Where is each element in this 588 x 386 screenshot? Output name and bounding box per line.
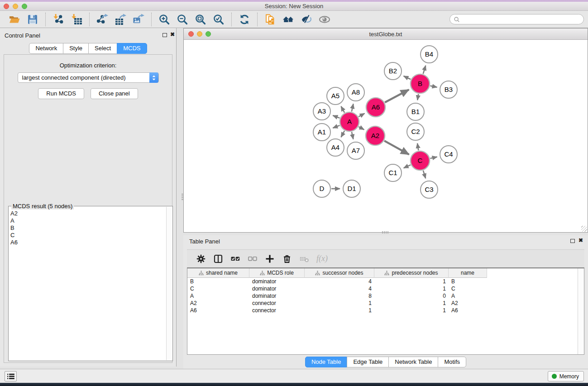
table-cell[interactable]: 1: [374, 300, 449, 306]
node-D[interactable]: D: [313, 180, 330, 197]
mcds-result-item[interactable]: C: [10, 232, 172, 239]
tab-network[interactable]: Network: [29, 43, 63, 54]
table-cell[interactable]: A2: [187, 300, 249, 306]
table-float-panel-icon[interactable]: [570, 239, 575, 243]
node-A7[interactable]: A7: [347, 142, 364, 159]
mcds-result-item[interactable]: A6: [10, 239, 172, 246]
table-cell[interactable]: C: [187, 286, 249, 292]
column-header-shared-name[interactable]: shared name: [187, 268, 249, 278]
edge-A-A3[interactable]: [333, 115, 339, 118]
save-icon[interactable]: [26, 13, 39, 26]
search-input[interactable]: [460, 16, 583, 23]
node-B[interactable]: B: [411, 74, 430, 93]
mcds-result-item[interactable]: A2: [10, 210, 172, 217]
table-cell[interactable]: 1: [374, 286, 449, 292]
edge-A-A4[interactable]: [341, 131, 344, 137]
column-header-successor-nodes[interactable]: successor nodes: [305, 268, 374, 278]
table-cell[interactable]: 4: [305, 286, 374, 292]
table-cell[interactable]: A6: [187, 307, 249, 314]
node-B4[interactable]: B4: [421, 46, 438, 63]
table-cell[interactable]: 1: [374, 278, 449, 285]
table-cell[interactable]: 4: [305, 278, 374, 285]
delete-column-icon[interactable]: [282, 253, 292, 264]
splitpane-grip-vertical[interactable]: [182, 194, 184, 200]
tab-motifs[interactable]: Motifs: [438, 357, 466, 367]
hide-eye-icon[interactable]: [300, 13, 313, 26]
table-cell[interactable]: connector: [249, 300, 305, 306]
mcds-result-item[interactable]: B: [10, 224, 172, 232]
table-cell[interactable]: dominator: [249, 278, 305, 285]
tab-network-table[interactable]: Network Table: [388, 357, 438, 367]
network-graph[interactable]: B4B2BB3A8A5A6B1A3AC2A1A2A4A7C4CC1C3DD1: [184, 40, 588, 232]
tab-select[interactable]: Select: [88, 43, 117, 54]
settings-gear-icon[interactable]: [196, 253, 206, 264]
table-cell[interactable]: B: [187, 278, 249, 285]
edge-B-B1[interactable]: [417, 94, 418, 100]
node-A2[interactable]: A2: [366, 126, 385, 145]
table-cell[interactable]: 1: [374, 307, 449, 314]
eye-icon[interactable]: [318, 13, 331, 26]
table-cell[interactable]: A6: [449, 307, 487, 314]
tab-style[interactable]: Style: [63, 43, 89, 54]
import-network-icon[interactable]: [52, 13, 65, 26]
table-cell[interactable]: C: [449, 286, 487, 292]
export-image-icon[interactable]: [132, 13, 145, 26]
split-table-icon[interactable]: [213, 253, 224, 264]
zoom-in-icon[interactable]: [158, 13, 171, 26]
edge-B-B4[interactable]: [423, 66, 426, 74]
node-B2[interactable]: B2: [384, 62, 402, 80]
net-close-button[interactable]: [188, 31, 194, 37]
node-D1[interactable]: D1: [343, 180, 360, 197]
duplicate-network-icon[interactable]: [263, 13, 277, 26]
result-scrollbar[interactable]: [166, 207, 172, 360]
table-row[interactable]: A6connector11A6: [187, 307, 584, 314]
table-cell[interactable]: A: [187, 293, 249, 299]
node-A3[interactable]: A3: [313, 103, 330, 120]
table-close-panel-icon[interactable]: ✖: [578, 237, 583, 243]
edge-A-A5[interactable]: [341, 106, 344, 113]
node-A5[interactable]: A5: [327, 87, 344, 105]
net-maximize-button[interactable]: [206, 31, 211, 37]
node-A4[interactable]: A4: [327, 139, 344, 156]
column-header-name[interactable]: name: [449, 268, 487, 278]
close-window-button[interactable]: [4, 4, 9, 9]
edge-B-B3[interactable]: [430, 86, 437, 87]
node-C4[interactable]: C4: [440, 146, 457, 163]
edge-A6-B[interactable]: [385, 90, 409, 102]
table-row[interactable]: Bdominator41B: [187, 278, 584, 285]
window-resize-grip[interactable]: [581, 226, 587, 232]
task-history-button[interactable]: [5, 371, 17, 381]
tab-node-table[interactable]: Node Table: [305, 357, 348, 367]
memory-button[interactable]: Memory: [548, 371, 584, 381]
edge-A-A6[interactable]: [359, 114, 364, 117]
column-header-predecessor-nodes[interactable]: predecessor nodes: [374, 268, 449, 278]
import-table-icon[interactable]: [70, 13, 83, 26]
edge-C-C2[interactable]: [417, 143, 418, 151]
edge-C-C1[interactable]: [404, 165, 411, 168]
edge-C-C4[interactable]: [430, 157, 437, 158]
float-panel-icon[interactable]: [163, 33, 167, 37]
select-all-checkboxes-icon[interactable]: [230, 253, 241, 264]
maximize-window-button[interactable]: [22, 4, 27, 9]
table-cell[interactable]: A2: [449, 300, 487, 306]
zoom-selected-icon[interactable]: [212, 13, 225, 26]
edge-B-B2[interactable]: [404, 76, 411, 79]
table-row[interactable]: A2connector11A2: [187, 300, 584, 307]
run-mcds-button[interactable]: Run MCDS: [38, 88, 84, 99]
edge-A2-C[interactable]: [384, 141, 409, 154]
node-C3[interactable]: C3: [421, 181, 438, 198]
mcds-result-item[interactable]: A: [10, 217, 172, 224]
table-cell[interactable]: 1: [305, 307, 374, 314]
node-C[interactable]: C: [411, 151, 430, 170]
table-cell[interactable]: 8: [305, 293, 374, 299]
edge-C-C3[interactable]: [423, 171, 425, 178]
edge-A-A2[interactable]: [359, 127, 364, 130]
edge-A-A7[interactable]: [352, 132, 354, 139]
net-minimize-button[interactable]: [197, 31, 202, 37]
tab-mcds[interactable]: MCDS: [117, 43, 147, 54]
table-cell[interactable]: A: [449, 293, 487, 299]
zoom-out-icon[interactable]: [176, 13, 189, 26]
table-cell[interactable]: B: [449, 278, 487, 285]
node-B3[interactable]: B3: [440, 81, 457, 98]
node-A6[interactable]: A6: [366, 98, 385, 117]
